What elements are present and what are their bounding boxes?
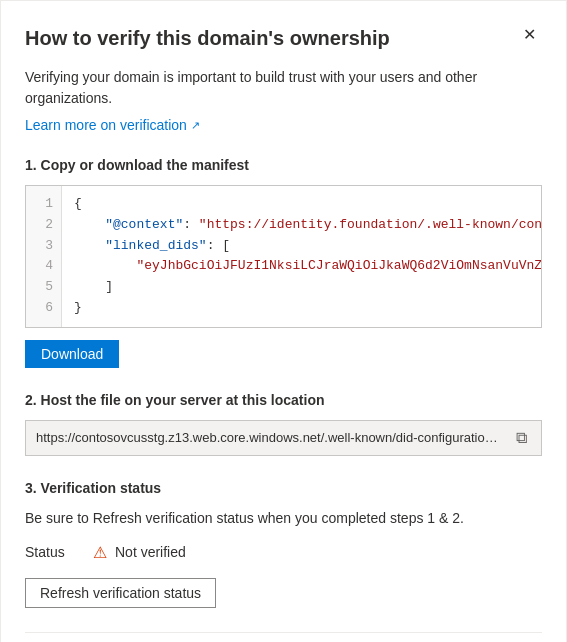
line-number-1: 1	[26, 194, 61, 215]
step3-section: 3. Verification status Be sure to Refres…	[25, 480, 542, 608]
url-container: https://contosovcusstg.z13.web.core.wind…	[25, 420, 542, 456]
line-number-5: 5	[26, 277, 61, 298]
code-line-3: "linked_dids": [	[74, 236, 529, 257]
code-line-4: "eyJhbGciOiJFUzI1NksiLCJraWQiOiJkaWQ6d2V…	[74, 256, 529, 277]
learn-more-link[interactable]: Learn more on verification ↗	[25, 117, 200, 133]
line-number-2: 2	[26, 215, 61, 236]
code-container: 1 2 3 4 5 6 { "@context": "https://ident…	[25, 185, 542, 328]
modal-title: How to verify this domain's ownership	[25, 25, 517, 51]
step2-title: 2. Host the file on your server at this …	[25, 392, 542, 408]
code-block: 1 2 3 4 5 6 { "@context": "https://ident…	[26, 186, 541, 327]
code-content: { "@context": "https://identity.foundati…	[62, 186, 541, 327]
step1-title: 1. Copy or download the manifest	[25, 157, 542, 173]
code-line-1: {	[74, 194, 529, 215]
status-row: Status ⚠ Not verified	[25, 543, 542, 562]
code-line-2: "@context": "https://identity.foundation…	[74, 215, 529, 236]
step3-title: 3. Verification status	[25, 480, 542, 496]
warning-icon: ⚠	[93, 543, 107, 562]
step1-section: 1. Copy or download the manifest 1 2 3 4…	[25, 157, 542, 368]
close-button[interactable]: ✕	[517, 25, 542, 45]
code-line-6: }	[74, 298, 529, 319]
url-text: https://contosovcusstg.z13.web.core.wind…	[36, 430, 504, 445]
status-value: Not verified	[115, 544, 186, 560]
learn-more-label: Learn more on verification	[25, 117, 187, 133]
verification-status: Be sure to Refresh verification status w…	[25, 508, 542, 608]
line-number-6: 6	[26, 298, 61, 319]
copy-icon: ⧉	[516, 429, 527, 446]
copy-url-button[interactable]: ⧉	[512, 427, 531, 449]
step2-section: 2. Host the file on your server at this …	[25, 392, 542, 456]
download-button[interactable]: Download	[25, 340, 119, 368]
line-numbers: 1 2 3 4 5 6	[26, 186, 62, 327]
status-description: Be sure to Refresh verification status w…	[25, 508, 542, 529]
code-line-5: ]	[74, 277, 529, 298]
modal-container: How to verify this domain's ownership ✕ …	[0, 0, 567, 642]
refresh-verification-button[interactable]: Refresh verification status	[25, 578, 216, 608]
line-number-3: 3	[26, 236, 61, 257]
external-link-icon: ↗	[191, 119, 200, 132]
modal-header: How to verify this domain's ownership ✕	[25, 25, 542, 51]
description-text: Verifying your domain is important to bu…	[25, 67, 542, 109]
bottom-divider	[25, 632, 542, 633]
line-number-4: 4	[26, 256, 61, 277]
status-label: Status	[25, 544, 85, 560]
